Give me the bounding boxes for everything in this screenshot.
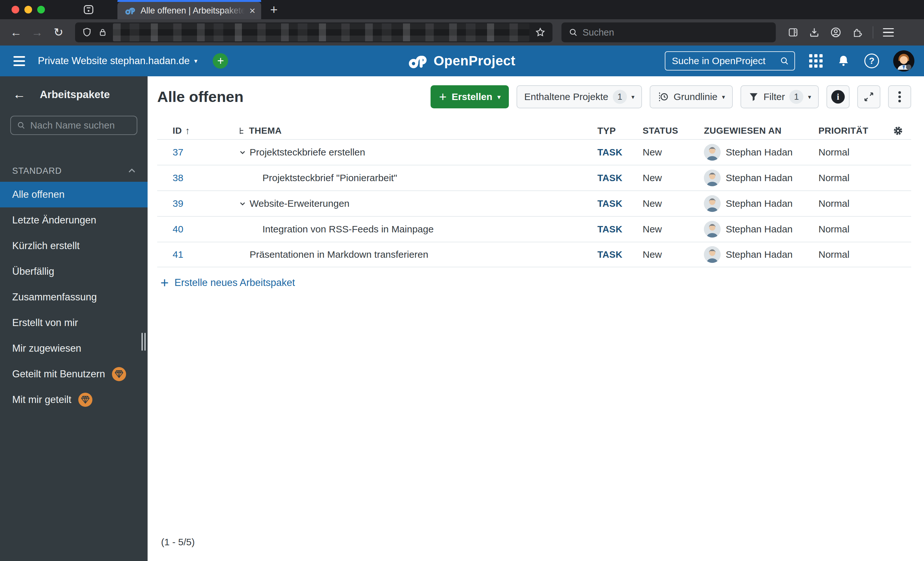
subject-text[interactable]: Präsentationen in Markdown transferieren <box>250 249 428 260</box>
sidebar-section-standard[interactable]: STANDARD <box>0 162 148 180</box>
assignee-name[interactable]: Stephan Hadan <box>726 147 793 158</box>
chevron-down-icon: ▾ <box>722 94 725 100</box>
sidebars-icon[interactable] <box>788 27 799 38</box>
subject-text[interactable]: Integration von RSS-Feeds in Mainpage <box>262 224 434 235</box>
subject-text[interactable]: Projektsteckbriefe erstellen <box>250 147 365 158</box>
status-cell[interactable]: New <box>637 147 699 158</box>
browser-menu-icon[interactable] <box>883 28 894 37</box>
column-header-id[interactable]: ID ↑ <box>157 125 231 136</box>
global-search[interactable] <box>665 51 795 70</box>
type-cell[interactable]: TASK <box>587 147 637 158</box>
work-package-id-link[interactable]: 41 <box>172 249 183 260</box>
assignee-name[interactable]: Stephan Hadan <box>726 249 793 260</box>
priority-cell[interactable]: Normal <box>813 172 885 183</box>
priority-cell[interactable]: Normal <box>813 224 885 235</box>
extensions-puzzle-icon[interactable] <box>852 27 863 38</box>
openproject-logo[interactable]: OpenProject <box>408 53 515 69</box>
sidebar-item-label: Mit mir geteilt <box>12 394 71 405</box>
column-header-priority[interactable]: PRIORITÄT <box>813 126 885 136</box>
sidebar-item[interactable]: Zusammenfassung <box>0 284 148 310</box>
sidebar-item[interactable]: Alle offenen <box>0 182 148 207</box>
column-header-subject[interactable]: THEMA <box>231 126 587 136</box>
tab-close-icon[interactable]: × <box>249 6 255 16</box>
sidebar-item[interactable]: Kürzlich erstellt <box>0 233 148 259</box>
info-button[interactable]: i <box>826 85 850 108</box>
type-cell[interactable]: TASK <box>587 173 637 183</box>
sidebar-item[interactable]: Mir zugewiesen <box>0 336 148 361</box>
sidebar-title: Arbeitspakete <box>40 88 110 101</box>
subject-text[interactable]: Website-Erweiterungen <box>250 198 350 209</box>
back-button[interactable]: ← <box>7 25 25 39</box>
table-row[interactable]: 38 Projektsteckbrief "Pionierarbeit" <box>157 165 911 190</box>
browser-search-bar[interactable] <box>561 22 776 42</box>
status-cell[interactable]: New <box>637 198 699 209</box>
global-search-input[interactable] <box>672 55 776 66</box>
priority-cell[interactable]: Normal <box>813 147 885 158</box>
subject-text[interactable]: Projektsteckbrief "Pionierarbeit" <box>262 172 397 183</box>
sidebar-item[interactable]: Letzte Änderungen <box>0 207 148 233</box>
browser-tab[interactable]: Alle offenen | Arbeitspakete | Pri × <box>117 2 261 19</box>
column-header-assignee[interactable]: ZUGEWIESEN AN <box>699 126 813 136</box>
work-package-id-link[interactable]: 38 <box>172 172 183 183</box>
address-bar[interactable] <box>75 22 552 42</box>
table-row[interactable]: 41 Präsentationen in Markdown transferie… <box>157 242 911 267</box>
sidebar-search-input[interactable] <box>30 120 131 131</box>
assignee-name[interactable]: Stephan Hadan <box>726 224 793 235</box>
window-zoom-button[interactable] <box>37 6 45 13</box>
user-avatar[interactable] <box>893 50 914 72</box>
table-settings-button[interactable] <box>885 126 911 136</box>
sidebar-resize-handle[interactable] <box>141 333 146 351</box>
downloads-icon[interactable] <box>808 27 820 38</box>
work-package-id-link[interactable]: 40 <box>172 224 183 234</box>
fullscreen-button[interactable] <box>857 85 880 108</box>
table-row[interactable]: 39 Website-Erweiterungen TASK <box>157 190 911 216</box>
project-switcher[interactable]: Private Website stephan.hadan.de ▾ <box>38 55 197 67</box>
included-projects-button[interactable]: Enthaltene Projekte 1 ▾ <box>516 85 642 108</box>
priority-cell[interactable]: Normal <box>813 198 885 209</box>
forward-button[interactable]: → <box>28 25 46 39</box>
create-work-package-link[interactable]: + Erstelle neues Arbeitspaket <box>157 267 911 290</box>
sidebar-search[interactable] <box>10 116 137 135</box>
priority-cell[interactable]: Normal <box>813 249 885 260</box>
firefox-view-icon[interactable] <box>79 0 98 19</box>
status-cell[interactable]: New <box>637 249 699 260</box>
status-cell[interactable]: New <box>637 224 699 235</box>
new-tab-button[interactable]: + <box>261 0 286 19</box>
main-menu-toggle-icon[interactable] <box>14 56 25 66</box>
status-cell[interactable]: New <box>637 172 699 183</box>
work-package-id-link[interactable]: 39 <box>172 198 183 209</box>
assignee-name[interactable]: Stephan Hadan <box>726 172 793 183</box>
window-minimize-button[interactable] <box>24 6 32 13</box>
sidebar-item[interactable]: Mit mir geteilt <box>0 387 148 413</box>
column-header-status[interactable]: STATUS <box>637 126 699 136</box>
column-header-type[interactable]: TYP <box>587 126 637 136</box>
help-icon[interactable]: ? <box>864 54 879 68</box>
type-cell[interactable]: TASK <box>587 250 637 260</box>
collapse-chevron-icon[interactable] <box>238 148 247 157</box>
table-row[interactable]: 40 Integration von RSS-Feeds in Mainpage <box>157 216 911 242</box>
sidebar-item[interactable]: Geteilt mit Benutzern <box>0 361 148 387</box>
type-cell[interactable]: TASK <box>587 224 637 235</box>
bookmark-star-icon[interactable] <box>534 27 546 38</box>
tracking-shield-icon[interactable] <box>81 27 92 38</box>
reload-button[interactable]: ↻ <box>50 25 68 39</box>
baseline-button[interactable]: Grundlinie ▾ <box>650 85 732 108</box>
create-button[interactable]: + Erstellen ▾ <box>430 85 509 108</box>
sidebar-back-arrow-icon[interactable]: ← <box>13 87 26 102</box>
account-icon[interactable] <box>830 26 842 39</box>
table-row[interactable]: 37 Projektsteckbriefe erstellen <box>157 139 911 165</box>
notifications-bell-icon[interactable] <box>837 54 850 67</box>
window-close-button[interactable] <box>12 6 19 13</box>
work-package-id-link[interactable]: 37 <box>172 147 183 157</box>
sidebar-item[interactable]: Überfällig <box>0 259 148 284</box>
type-cell[interactable]: TASK <box>587 199 637 209</box>
filter-button[interactable]: Filter 1 ▾ <box>741 85 819 108</box>
quick-add-button[interactable]: + <box>213 53 228 69</box>
collapse-chevron-icon[interactable] <box>238 199 247 208</box>
more-options-button[interactable] <box>888 85 911 108</box>
sidebar-item[interactable]: Erstellt von mir <box>0 310 148 336</box>
browser-search-input[interactable] <box>583 27 769 38</box>
lock-icon[interactable] <box>98 27 108 38</box>
modules-grid-icon[interactable] <box>809 54 823 67</box>
assignee-name[interactable]: Stephan Hadan <box>726 198 793 209</box>
